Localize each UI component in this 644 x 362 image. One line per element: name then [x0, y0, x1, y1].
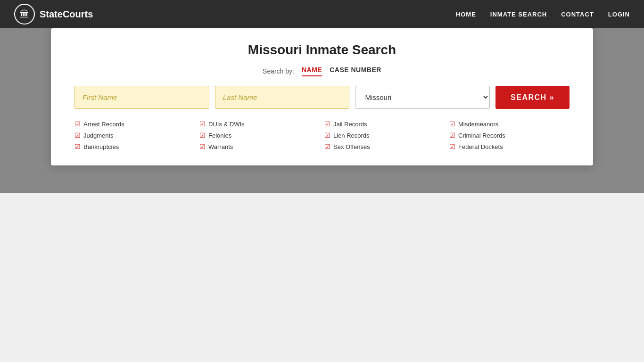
state-select[interactable]: Missouri Alabama Alaska Arizona Arkansas…: [355, 86, 490, 109]
search-button[interactable]: SEARCH »: [495, 86, 570, 109]
feature-label: Sex Offenses: [333, 143, 370, 150]
feature-label: Bankruptcies: [83, 143, 119, 150]
nav-links: HOME INMATE SEARCH CONTACT LOGIN: [456, 10, 630, 18]
tab-name[interactable]: NAME: [302, 66, 322, 76]
feature-bankruptcies: ☑ Bankruptcies: [74, 142, 195, 151]
feature-criminal-records: ☑ Criminal Records: [449, 131, 570, 140]
nav-bar: 🏛 StateCourts HOME INMATE SEARCH CONTACT…: [0, 0, 644, 28]
check-icon: ☑: [449, 132, 455, 139]
search-by-label: Search by:: [263, 67, 294, 75]
feature-arrest-records: ☑ Arrest Records: [74, 119, 195, 129]
feature-warrants: ☑ Warrants: [199, 142, 320, 151]
check-icon: ☑: [74, 120, 81, 128]
hero-section: COURTHOUSE 🏛 StateCourts HOME INMATE SEA…: [0, 0, 644, 193]
tab-case-number[interactable]: CASE NUMBER: [330, 66, 381, 76]
feature-federal-dockets: ☑ Federal Dockets: [449, 142, 570, 151]
feature-label: Felonies: [208, 132, 231, 139]
nav-login[interactable]: LOGIN: [608, 11, 630, 18]
feature-label: Arrest Records: [83, 121, 124, 128]
check-icon: ☑: [199, 120, 206, 128]
check-icon: ☑: [199, 132, 206, 139]
feature-lien-records: ☑ Lien Records: [324, 131, 445, 140]
feature-label: Judgments: [83, 132, 114, 139]
features-grid: ☑ Arrest Records ☑ DUIs & DWIs ☑ Jail Re…: [74, 119, 570, 151]
check-icon: ☑: [74, 132, 81, 139]
search-by-row: Search by: NAME CASE NUMBER: [74, 66, 570, 76]
feature-label: Jail Records: [333, 121, 367, 128]
feature-label: Criminal Records: [458, 132, 505, 139]
check-icon: ☑: [324, 120, 330, 128]
search-title: Missouri Inmate Search: [74, 42, 570, 58]
nav-contact[interactable]: CONTACT: [561, 11, 594, 18]
feature-felonies: ☑ Felonies: [199, 131, 320, 140]
nav-home[interactable]: HOME: [456, 11, 476, 18]
site-name: StateCourts: [40, 9, 93, 20]
check-icon: ☑: [74, 143, 81, 150]
first-name-input[interactable]: [74, 86, 209, 109]
feature-label: Federal Dockets: [458, 143, 503, 150]
check-icon: ☑: [324, 143, 330, 150]
logo-icon: 🏛: [14, 4, 35, 25]
last-name-input[interactable]: [215, 86, 350, 109]
nav-inmate-search[interactable]: INMATE SEARCH: [490, 11, 547, 18]
search-card: Missouri Inmate Search Search by: NAME C…: [51, 28, 593, 165]
feature-misdemeanors: ☑ Misdemeanors: [449, 119, 570, 129]
feature-label: DUIs & DWIs: [208, 121, 245, 128]
feature-label: Misdemeanors: [458, 121, 498, 128]
feature-jail-records: ☑ Jail Records: [324, 119, 445, 129]
feature-duis: ☑ DUIs & DWIs: [199, 119, 320, 129]
feature-label: Lien Records: [333, 132, 370, 139]
check-icon: ☑: [199, 143, 206, 150]
site-logo[interactable]: 🏛 StateCourts: [14, 4, 93, 25]
feature-judgments: ☑ Judgments: [74, 131, 195, 140]
check-icon: ☑: [449, 120, 455, 128]
search-fields-row: Missouri Alabama Alaska Arizona Arkansas…: [74, 86, 570, 109]
feature-label: Warrants: [208, 143, 233, 150]
feature-sex-offenses: ☑ Sex Offenses: [324, 142, 445, 151]
check-icon: ☑: [449, 143, 455, 150]
check-icon: ☑: [324, 132, 330, 139]
